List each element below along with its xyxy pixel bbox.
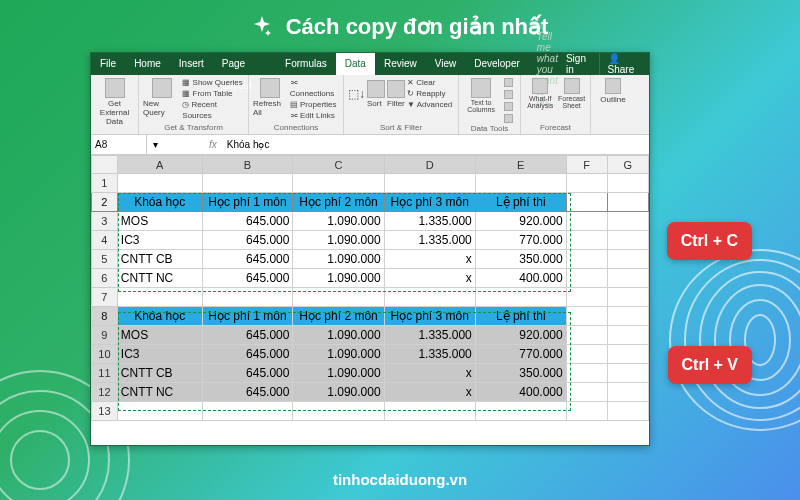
- connections-button[interactable]: ⫘ Connections: [290, 77, 339, 99]
- svg-point-1: [685, 260, 800, 420]
- filter-icon[interactable]: [387, 80, 405, 98]
- sort-icon[interactable]: [367, 80, 385, 98]
- col-e[interactable]: E: [475, 156, 566, 174]
- footer-credit: tinhocdaiduong.vn: [0, 471, 800, 488]
- outline-icon[interactable]: [605, 78, 621, 94]
- sign-in-link[interactable]: Sign in: [558, 53, 599, 75]
- col-f[interactable]: F: [566, 156, 607, 174]
- edit-links-button[interactable]: ⫘ Edit Links: [290, 110, 339, 121]
- forecast-sheet-icon[interactable]: [564, 78, 580, 94]
- tab-home[interactable]: Home: [125, 53, 170, 75]
- row-12[interactable]: 12 CNTT NC645.0001.090.000x400.000: [92, 383, 649, 402]
- row-2-header[interactable]: 2 Khóa họcHọc phí 1 mônHọc phí 2 mônHọc …: [92, 193, 649, 212]
- tab-view[interactable]: View: [426, 53, 466, 75]
- col-g[interactable]: G: [607, 156, 648, 174]
- row-5[interactable]: 5 CNTT CB645.0001.090.000x350.000: [92, 250, 649, 269]
- row-8-pasted-header[interactable]: 8 Khóa họcHọc phí 1 mônHọc phí 2 mônHọc …: [92, 307, 649, 326]
- show-queries-button[interactable]: ▦ Show Queries: [182, 77, 244, 88]
- properties-button[interactable]: ▤ Properties: [290, 99, 339, 110]
- ctrl-v-badge: Ctrl + V: [668, 346, 752, 384]
- row-1[interactable]: 1: [92, 174, 649, 193]
- clear-button[interactable]: ✕ Clear: [407, 77, 452, 88]
- row-4[interactable]: 4 IC3645.0001.090.0001.335.000770.000: [92, 231, 649, 250]
- tab-review[interactable]: Review: [375, 53, 426, 75]
- advanced-button[interactable]: ▼ Advanced: [407, 99, 452, 110]
- row-3[interactable]: 3 MOS645.0001.090.0001.335.000920.000: [92, 212, 649, 231]
- refresh-all-icon[interactable]: [260, 78, 280, 98]
- row-11[interactable]: 11 CNTT CB645.0001.090.000x350.000: [92, 364, 649, 383]
- reapply-button[interactable]: ↻ Reapply: [407, 88, 452, 99]
- row-13[interactable]: 13: [92, 402, 649, 421]
- row-7[interactable]: 7: [92, 288, 649, 307]
- share-button[interactable]: 👤 Share: [599, 53, 649, 75]
- from-table-button[interactable]: ▦ From Table: [182, 88, 244, 99]
- row-9[interactable]: 9 MOS645.0001.090.0001.335.000920.000: [92, 326, 649, 345]
- excel-window: File Home Insert Page Layout Formulas Da…: [90, 52, 650, 446]
- tab-formulas[interactable]: Formulas: [276, 53, 336, 75]
- ribbon-data: Get External Data New Query ▦ Show Queri…: [91, 75, 649, 135]
- name-box[interactable]: A8: [91, 135, 147, 154]
- column-headers: A B C D E F G: [92, 156, 649, 174]
- row-10[interactable]: 10 IC3645.0001.090.0001.335.000770.000: [92, 345, 649, 364]
- col-c[interactable]: C: [293, 156, 384, 174]
- formula-value[interactable]: Khóa học: [223, 139, 274, 150]
- ctrl-c-badge: Ctrl + C: [667, 222, 752, 260]
- col-a[interactable]: A: [117, 156, 202, 174]
- tab-insert[interactable]: Insert: [170, 53, 213, 75]
- page-title: Cách copy đơn giản nhất: [0, 0, 800, 52]
- tab-page-layout[interactable]: Page Layout: [213, 53, 276, 75]
- col-b[interactable]: B: [202, 156, 293, 174]
- tab-developer[interactable]: Developer: [465, 53, 529, 75]
- spreadsheet-grid[interactable]: A B C D E F G 1 2 Khóa họcHọc phí 1 mônH…: [91, 155, 649, 421]
- new-query-icon[interactable]: [152, 78, 172, 98]
- tab-file[interactable]: File: [91, 53, 125, 75]
- ribbon-tabs: File Home Insert Page Layout Formulas Da…: [91, 53, 649, 75]
- fx-icon[interactable]: fx: [203, 139, 223, 150]
- col-d[interactable]: D: [384, 156, 475, 174]
- decoration-spiral: [660, 240, 800, 440]
- formula-bar: A8 ▾ fx Khóa học: [91, 135, 649, 155]
- get-external-data-icon[interactable]: [105, 78, 125, 98]
- tab-data[interactable]: Data: [336, 53, 375, 75]
- row-6[interactable]: 6 CNTT NC645.0001.090.000x400.000: [92, 269, 649, 288]
- what-if-icon[interactable]: [532, 78, 548, 94]
- text-to-columns-icon[interactable]: [471, 78, 491, 98]
- sparkle-icon: [252, 16, 272, 42]
- recent-sources-button[interactable]: ◷ Recent Sources: [182, 99, 244, 121]
